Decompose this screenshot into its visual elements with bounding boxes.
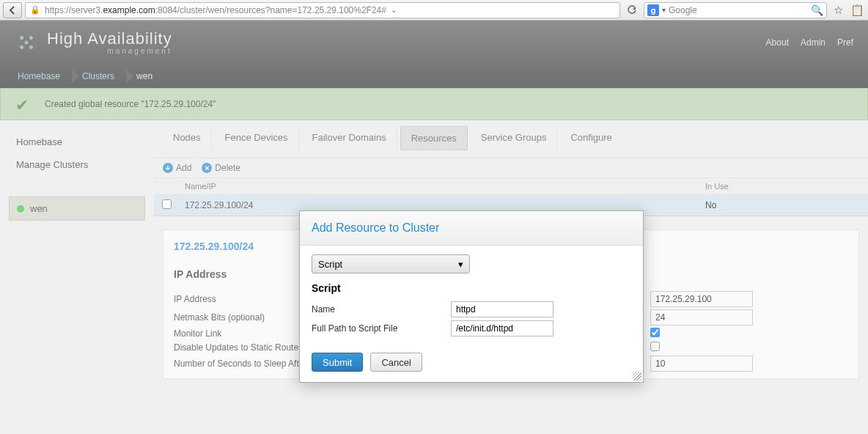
search-icon[interactable]: 🔍 [811,4,823,16]
resource-table-header: Name/IP In Use [154,177,868,195]
header-link-pref[interactable]: Pref [837,37,853,48]
modal-footer: Submit Cancel [300,345,643,382]
header-links: About Admin Pref [766,37,853,48]
check-icon: ✔ [15,96,36,112]
crumb-homebase[interactable]: Homebase [9,65,73,88]
header-link-admin[interactable]: Admin [801,37,825,48]
delete-button[interactable]: × Delete [202,163,240,173]
plus-icon: + [163,163,173,173]
checkbox-disable[interactable] [650,342,660,351]
reload-button[interactable] [623,2,641,18]
header-link-about[interactable]: About [766,37,789,48]
logo-icon [15,31,38,54]
submit-button[interactable]: Submit [312,353,363,372]
modal-section: Script [312,282,631,294]
tab-resources[interactable]: Resources [400,126,468,150]
status-dot-icon [17,205,24,213]
col-checkbox [154,178,179,194]
google-badge-icon: g [647,4,659,16]
notice-text: Created global resource "172.25.29.100/2… [45,99,216,109]
url-host: example.com [103,5,155,15]
notice-bar: ✔ Created global resource "172.25.29.100… [0,88,868,120]
row-inuse: No [699,196,868,215]
submit-label: Submit [323,357,352,368]
tab-configure[interactable]: Configure [560,126,622,150]
checkbox-monitor[interactable] [650,328,660,337]
input-script-path[interactable] [451,320,553,336]
tabs: Nodes Fence Devices Failover Domains Res… [154,126,868,158]
clipboard-icon[interactable]: 📋 [849,2,865,18]
add-label: Add [176,163,191,173]
col-name[interactable]: Name/IP [179,178,699,194]
url-prefix: https://server3. [45,5,103,15]
chevron-down-icon[interactable]: ▾ [662,6,666,14]
app-root: High Availability management About Admin… [0,21,868,434]
breadcrumb: Homebase Clusters wen [0,65,868,88]
lock-icon: 🔒 [30,5,40,15]
sidebar-item-label: wen [30,203,48,214]
row-checkbox[interactable] [162,199,172,209]
modal-body: Script ▾ Script Name Full Path to Script… [300,246,643,345]
resize-grip[interactable] [633,372,641,380]
url-bar[interactable]: 🔒 https://server3.example.com:8084/clust… [25,2,620,18]
input-script-name[interactable] [451,301,553,317]
app-subtitle: management [47,47,172,55]
chevron-down-icon[interactable]: ⌄ [391,6,397,14]
browser-back-button[interactable] [3,2,22,18]
label-script-path: Full Path to Script File [312,323,451,334]
bookmark-icon[interactable]: ☆ [830,2,846,18]
add-button[interactable]: + Add [163,163,191,173]
brand: High Availability management [47,31,172,55]
x-icon: × [202,163,212,173]
sidebar-item-cluster-selected[interactable]: wen [9,196,145,221]
sidebar-item-homebase[interactable]: Homebase [9,130,145,153]
browser-search-box[interactable]: g ▾ Google 🔍 [644,2,827,18]
cancel-button[interactable]: Cancel [370,353,422,372]
input-ip[interactable] [650,291,753,307]
crumb-clusters[interactable]: Clusters [73,65,128,88]
sidebar: Homebase Manage Clusters wen [0,120,154,392]
browser-toolbar: 🔒 https://server3.example.com:8084/clust… [0,0,868,21]
search-placeholder: Google [669,5,808,15]
tab-fence-devices[interactable]: Fence Devices [215,126,299,150]
reload-icon [627,5,637,15]
sidebar-item-manage-clusters[interactable]: Manage Clusters [9,153,145,176]
input-mask[interactable] [650,309,753,326]
url-suffix: :8084/cluster/wen/resources?name=172.25.… [155,5,386,15]
resource-type-select[interactable]: Script ▾ [312,254,470,273]
url-text: https://server3.example.com:8084/cluster… [45,5,386,15]
app-header: High Availability management About Admin… [0,21,868,65]
add-resource-modal: Add Resource to Cluster Script ▾ Script … [299,210,644,383]
tab-nodes[interactable]: Nodes [163,126,212,150]
cancel-label: Cancel [381,357,411,368]
tab-service-groups[interactable]: Service Groups [471,126,558,150]
resource-toolbar: + Add × Delete [154,158,868,177]
col-inuse[interactable]: In Use [699,178,868,194]
row-checkbox-cell [154,195,179,216]
crumb-current[interactable]: wen [128,65,166,88]
app-title: High Availability [47,31,172,47]
input-sleep[interactable] [650,356,753,372]
select-value: Script [318,259,342,270]
delete-label: Delete [215,163,240,173]
tab-failover-domains[interactable]: Failover Domains [302,126,397,150]
label-script-name: Name [312,304,451,315]
chevron-down-icon: ▾ [458,259,463,270]
arrow-left-icon [7,5,18,15]
modal-title: Add Resource to Cluster [300,211,643,246]
